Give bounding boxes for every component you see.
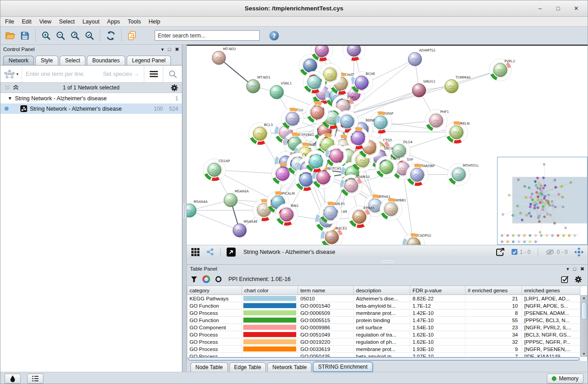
menu-select[interactable]: Select — [59, 19, 75, 25]
network-node[interactable] — [343, 46, 365, 61]
panel-menu-icon[interactable]: ▾ — [161, 47, 164, 52]
splitter-grip[interactable] — [381, 260, 393, 263]
tab-boundaries[interactable]: Boundaries — [87, 56, 125, 65]
menu-file[interactable]: File — [5, 19, 14, 25]
copy-network-button[interactable] — [125, 28, 139, 43]
table-row[interactable]: KEGG Pathways05010Alzheimer's dise...8.8… — [187, 295, 580, 302]
detach-view-button[interactable] — [225, 247, 237, 258]
refresh-button[interactable] — [104, 28, 118, 43]
tab-network-table[interactable]: Network Table — [267, 362, 312, 372]
column-header--enriched-genes[interactable]: # enriched genes — [465, 286, 522, 295]
string-options-button[interactable] — [144, 66, 163, 82]
table-row[interactable]: GO ComponentGO:0009986cell surface1.54E-… — [187, 324, 580, 331]
network-node[interactable] — [325, 145, 347, 167]
splitter-grip[interactable] — [183, 204, 186, 218]
network-node[interactable]: MT-ND1 — [247, 75, 270, 93]
chart-color-button[interactable] — [202, 275, 210, 283]
memory-button[interactable]: Memory — [547, 374, 583, 384]
tab-network[interactable]: Network — [3, 56, 34, 65]
network-collection-row[interactable]: ▼ String Network - Alzheimer's disease 1 — [0, 93, 182, 103]
network-node[interactable]: SMUG1 — [412, 80, 435, 97]
network-node[interactable]: BCL3 — [249, 122, 273, 145]
network-node[interactable]: ADAMTS2 — [408, 48, 436, 66]
column-header-fdr-p-value[interactable]: FDR p-value — [410, 286, 465, 295]
scroll-down-icon[interactable]: ▼ — [582, 351, 586, 357]
zoom-fit-button[interactable] — [68, 28, 82, 43]
scrollbar-thumb[interactable] — [188, 357, 579, 361]
zoom-selected-button[interactable] — [82, 28, 97, 43]
table-row[interactable]: GO FunctionGO:0001540beta-amyloid bi...1… — [187, 302, 580, 309]
column-header-category[interactable]: category — [187, 286, 242, 295]
menu-help[interactable]: Help — [149, 19, 161, 25]
network-node[interactable]: CLU — [281, 108, 303, 130]
network-canvas[interactable]: MT-ND2MT-ND1VSNL1GAB2ADAMTS2PVRL2SMUG1TO… — [187, 45, 588, 245]
share-view-button[interactable] — [204, 247, 216, 258]
network-node[interactable] — [306, 101, 328, 123]
table-row[interactable]: GO ProcessGO:0006509membrane prot...1.42… — [187, 309, 580, 317]
task-history-button[interactable] — [27, 374, 43, 384]
menu-edit[interactable]: Edit — [22, 19, 32, 25]
tab-string-enrichment[interactable]: STRING Enrichment — [313, 362, 372, 372]
close-button[interactable]: ✕ — [573, 5, 579, 12]
network-node[interactable]: EPHA5 — [348, 206, 375, 228]
search-input[interactable] — [155, 30, 260, 41]
network-row[interactable]: String Network - Alzheimer's disease 100… — [0, 103, 182, 114]
network-node[interactable]: CD2AP — [203, 159, 230, 181]
network-node[interactable] — [303, 71, 325, 93]
network-node[interactable] — [311, 46, 333, 61]
column-header-term-name[interactable]: term name — [298, 286, 354, 295]
remove-chart-button[interactable] — [215, 276, 222, 283]
network-node[interactable]: CADPS2 — [403, 233, 432, 245]
zoom-out-button[interactable] — [53, 28, 68, 43]
panel-float-icon[interactable]: □ — [573, 266, 576, 272]
string-protein-query-dropdown[interactable]: STRING ▾ — [0, 66, 22, 82]
network-node[interactable]: BCHE — [351, 71, 375, 94]
expand-all-icon[interactable] — [13, 85, 19, 90]
network-node[interactable]: BIN1 — [275, 203, 299, 225]
column-header-description[interactable]: description — [354, 286, 410, 295]
table-panel-splitter[interactable] — [187, 258, 588, 264]
overview-map[interactable] — [498, 157, 587, 244]
select-all-button[interactable] — [561, 275, 569, 283]
grid-view-button[interactable] — [190, 247, 201, 258]
menu-apps[interactable]: Apps — [107, 19, 120, 25]
tree-expand-icon[interactable]: ▼ — [8, 96, 12, 101]
table-row[interactable]: GO ProcessGO:0033619membrane prot...1.93… — [187, 346, 580, 353]
maximize-button[interactable]: □ — [555, 5, 561, 12]
network-panel-gear-button[interactable] — [171, 84, 178, 92]
horizontal-scrollbar[interactable] — [187, 357, 580, 361]
scrollbar-thumb[interactable] — [581, 302, 587, 320]
filter-button[interactable] — [190, 276, 198, 283]
column-header-enriched-genes[interactable]: enriched genes — [522, 286, 580, 295]
string-query-input[interactable] — [22, 66, 144, 82]
overview-viewport[interactable] — [512, 177, 587, 224]
network-overview[interactable] — [497, 157, 588, 245]
help-button[interactable]: ? — [267, 28, 281, 43]
open-session-button[interactable] — [3, 28, 18, 43]
network-node[interactable]: PHF1 — [425, 109, 449, 131]
panel-close-icon[interactable]: ✖ — [580, 266, 584, 272]
collapse-all-icon[interactable] — [4, 85, 10, 90]
table-row[interactable]: GO ProcessGO:0019220regulation of ph...1… — [187, 338, 580, 346]
vertical-scrollbar[interactable]: ▲ ▼ — [580, 295, 587, 357]
minimize-button[interactable]: – — [537, 5, 543, 12]
save-session-button[interactable] — [18, 28, 32, 43]
network-node[interactable] — [305, 150, 327, 172]
panel-menu-icon[interactable]: ▾ — [567, 266, 569, 272]
network-node[interactable]: MT-ND2 — [212, 47, 236, 65]
panel-float-icon[interactable]: □ — [168, 47, 171, 52]
network-node[interactable]: ADAM10 — [340, 174, 370, 197]
table-row[interactable]: GO ProcessGO:0050435beta-amyloid m...2.0… — [187, 353, 580, 357]
string-search-button[interactable] — [163, 66, 182, 82]
network-node[interactable]: MS4A4E — [233, 220, 258, 237]
table-row[interactable]: GO ProcessGO:0051049regulation of tra...… — [187, 331, 580, 338]
menu-view[interactable]: View — [39, 19, 52, 25]
network-node[interactable]: MTHFD1L — [448, 163, 479, 185]
panel-close-icon[interactable]: ✖ — [175, 47, 179, 52]
column-header-chart-color[interactable]: chart color — [242, 286, 298, 295]
export-view-button[interactable] — [494, 247, 506, 258]
network-node[interactable] — [347, 127, 369, 149]
menu-layout[interactable]: Layout — [82, 19, 100, 25]
panel-splitter[interactable] — [182, 45, 187, 372]
enrichment-settings-button[interactable] — [574, 276, 582, 283]
